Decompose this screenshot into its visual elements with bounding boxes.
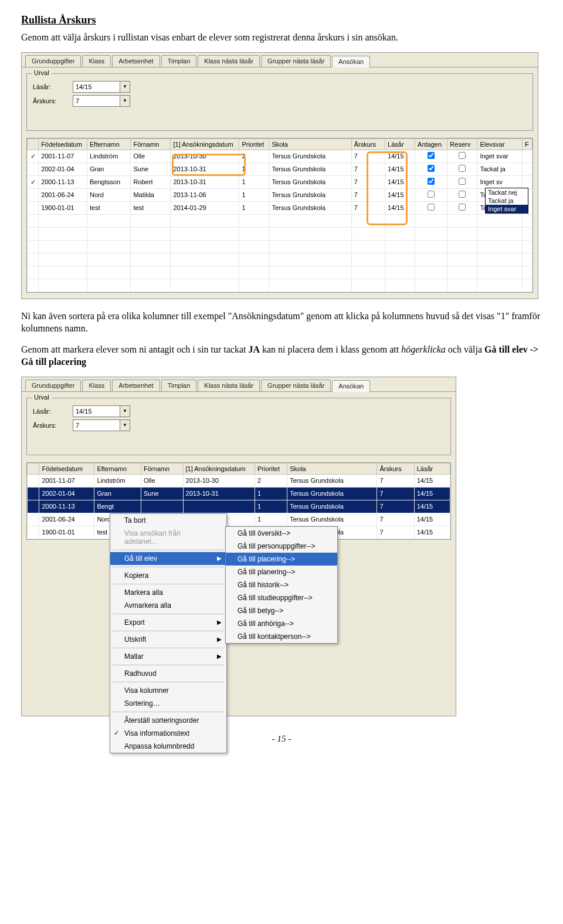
column-header[interactable]: Årskurs [351, 138, 385, 150]
elevsvar-dropdown[interactable]: Tackat nej Tackat ja Inget svar [485, 188, 528, 214]
column-header[interactable]: Efternamn [94, 463, 141, 474]
context-menu-item[interactable]: Återställ sorteringsorder [110, 714, 226, 727]
tab-ansokan[interactable]: Ansökan [332, 56, 370, 67]
context-menu-item[interactable]: Export▶ [110, 616, 226, 629]
cell [28, 526, 39, 539]
tab-klass-nasta[interactable]: Klass nästa läsår [198, 55, 260, 67]
antagen-checkbox[interactable] [428, 178, 435, 185]
table-row[interactable]: 2000-11-13Bengt1Tersus Grundskola714/15 [28, 500, 450, 513]
table-row[interactable]: 2001-11-07LindströmOlle2013-10-302Tersus… [28, 474, 450, 487]
column-header[interactable]: Skola [269, 138, 351, 150]
cell: 14/15 [414, 513, 450, 526]
combo-chevron-icon[interactable]: ▼ [120, 406, 130, 417]
tab-klass-nasta[interactable]: Klass nästa läsår [198, 380, 260, 391]
context-submenu-item[interactable]: Gå till planering--> [226, 566, 337, 578]
cell: Gran [87, 163, 131, 175]
column-header[interactable] [28, 138, 39, 150]
antagen-checkbox[interactable] [428, 165, 435, 172]
context-menu-item[interactable]: Visa kolumner [110, 684, 226, 697]
table-row[interactable]: ✓2000-11-13BengtssonRobert2013-10-311Ter… [28, 175, 533, 188]
context-menu-item[interactable]: Anpassa kolumnbredd [110, 740, 226, 753]
lasar-combo[interactable]: 14/15 ▼ [73, 405, 130, 417]
context-submenu-item[interactable]: Gå till studieuppgifter--> [226, 591, 337, 604]
elevsvar-option[interactable]: Tackat nej [486, 188, 528, 197]
context-submenu[interactable]: Gå till översikt-->Gå till personuppgift… [225, 526, 338, 644]
column-header[interactable]: [1] Ansökningsdatum [171, 138, 239, 150]
context-menu-item[interactable]: Sortering… [110, 697, 226, 710]
antagen-checkbox[interactable] [428, 152, 435, 159]
context-submenu-item[interactable]: Gå till personuppgifter--> [226, 540, 337, 553]
combo-chevron-icon[interactable]: ▼ [120, 420, 130, 431]
column-header[interactable]: Förnamn [131, 138, 171, 150]
tab-grunduppgifter[interactable]: Grunduppgifter [25, 380, 81, 391]
column-header[interactable]: Reserv [447, 138, 477, 150]
cell: 2002-01-04 [39, 487, 94, 500]
tab-timplan[interactable]: Timplan [161, 380, 197, 391]
antagen-checkbox[interactable] [428, 204, 435, 211]
context-submenu-item[interactable]: Gå till anhöriga--> [226, 617, 337, 630]
column-header[interactable]: Födelsedatum [39, 138, 87, 150]
context-menu-item[interactable]: Ta bort [110, 514, 226, 527]
tab-ansokan[interactable]: Ansökan [332, 380, 370, 392]
context-submenu-item[interactable]: Gå till placering--> [226, 553, 337, 566]
context-menu-item[interactable]: Avmarkera alla [110, 599, 226, 612]
column-header[interactable]: Efternamn [87, 138, 131, 150]
cell: Robert [131, 175, 171, 188]
column-header[interactable]: F [522, 138, 532, 150]
reserv-checkbox[interactable] [459, 204, 466, 211]
column-header[interactable]: Läsår [385, 138, 415, 150]
tab-klass[interactable]: Klass [82, 380, 111, 391]
cell: 14/15 [414, 500, 450, 513]
arskurs-combo[interactable]: 7 ▼ [73, 419, 130, 431]
combo-chevron-icon[interactable]: ▼ [120, 82, 130, 92]
elevsvar-option[interactable]: Tackat ja [486, 197, 528, 205]
combo-chevron-icon[interactable]: ▼ [120, 96, 130, 106]
column-header[interactable]: Skola [287, 463, 377, 474]
context-submenu-item[interactable]: Gå till betyg--> [226, 604, 337, 617]
table-row[interactable]: 2002-01-04GranSune2013-10-311Tersus Grun… [28, 487, 450, 500]
column-header[interactable] [28, 463, 39, 474]
context-menu-item[interactable]: Gå till elev▶ [110, 552, 226, 565]
grid-1[interactable]: FödelsedatumEfternamnFörnamn[1] Ansöknin… [27, 138, 533, 292]
antagen-checkbox[interactable] [428, 191, 435, 198]
column-header[interactable]: Förnamn [141, 463, 183, 474]
column-header[interactable]: Födelsedatum [39, 463, 94, 474]
tab-arbetsenhet[interactable]: Arbetsenhet [112, 380, 160, 391]
context-menu-item[interactable]: Markera alla [110, 586, 226, 599]
table-row[interactable]: 2001-06-24Nord1Tersus Grundskola714/15 [28, 513, 450, 526]
table-row[interactable]: 1900-01-01testtest2014-01-291Tersus Grun… [28, 201, 533, 214]
table-row[interactable]: ✓2001-11-07LindströmOlle2013-10-302Tersu… [28, 150, 533, 163]
arskurs-combo[interactable]: 7 ▼ [73, 95, 130, 107]
tab-klass[interactable]: Klass [82, 55, 111, 67]
context-menu-item[interactable]: Kopiera [110, 569, 226, 582]
lasar-combo[interactable]: 14/15 ▼ [73, 81, 130, 93]
cell: 14/15 [385, 201, 415, 214]
context-menu[interactable]: Ta bortVisa ansökan från adelanet…Gå til… [110, 513, 227, 753]
reserv-checkbox[interactable] [459, 152, 466, 159]
context-submenu-item[interactable]: Gå till historik--> [226, 578, 337, 591]
column-header[interactable]: Prioritet [239, 138, 269, 150]
reserv-checkbox[interactable] [459, 178, 466, 185]
table-row[interactable]: 2001-06-24NordMatilda2013-11-061Tersus G… [28, 188, 533, 201]
reserv-checkbox[interactable] [459, 191, 466, 198]
tab-grunduppgifter[interactable]: Grunduppgifter [25, 55, 81, 67]
context-submenu-item[interactable]: Gå till kontaktperson--> [226, 630, 337, 643]
context-submenu-item[interactable]: Gå till översikt--> [226, 527, 337, 540]
tab-timplan[interactable]: Timplan [161, 55, 197, 67]
tab-grupper-nasta[interactable]: Grupper nästa läsår [261, 55, 331, 67]
column-header[interactable]: Prioritet [255, 463, 287, 474]
column-header[interactable]: [1] Ansökningsdatum [183, 463, 255, 474]
column-header[interactable]: Årskurs [377, 463, 414, 474]
table-row[interactable]: 2002-01-04GranSune2013-10-311Tersus Grun… [28, 163, 533, 175]
context-menu-item[interactable]: Visa informationstext✓ [110, 727, 226, 740]
column-header[interactable]: Antagen [415, 138, 447, 150]
context-menu-item[interactable]: Radhuvud [110, 667, 226, 680]
context-menu-item[interactable]: Utskrift▶ [110, 633, 226, 646]
tab-grupper-nasta[interactable]: Grupper nästa läsår [261, 380, 331, 391]
elevsvar-option-selected[interactable]: Inget svar [486, 205, 528, 213]
tab-arbetsenhet[interactable]: Arbetsenhet [112, 55, 160, 67]
reserv-checkbox[interactable] [459, 165, 466, 172]
column-header[interactable]: Elevsvar [477, 138, 523, 150]
column-header[interactable]: Läsår [414, 463, 450, 474]
context-menu-item[interactable]: Mallar▶ [110, 650, 226, 663]
